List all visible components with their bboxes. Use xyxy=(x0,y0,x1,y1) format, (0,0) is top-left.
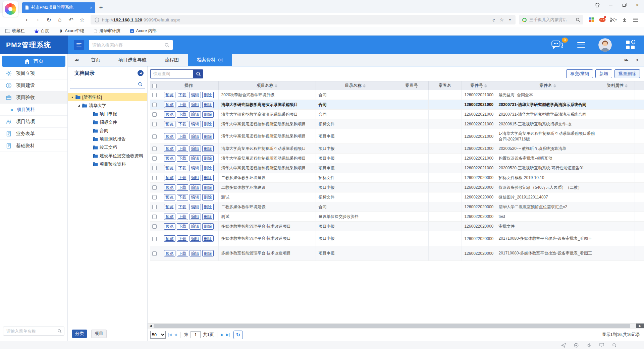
delete-button[interactable]: 删除 xyxy=(202,194,214,200)
edit-button[interactable]: 编辑 xyxy=(190,146,201,152)
tab-close-icon[interactable]: × xyxy=(90,5,92,10)
preview-button[interactable]: 预览 xyxy=(164,223,175,230)
delete-button[interactable]: 删除 xyxy=(202,223,214,230)
expand-icon[interactable] xyxy=(71,96,73,98)
column-header-dir[interactable]: 目录名称 xyxy=(316,81,395,90)
download-button[interactable]: 下载 xyxy=(177,214,188,220)
download-button[interactable]: 下载 xyxy=(177,184,188,191)
download-button[interactable]: 下载 xyxy=(177,250,188,256)
delete-button[interactable]: 删除 xyxy=(202,155,214,162)
row-checkbox[interactable] xyxy=(152,251,157,256)
delete-button[interactable]: 删除 xyxy=(202,133,214,139)
edit-button[interactable]: 编辑 xyxy=(190,165,201,171)
menu-button[interactable] xyxy=(577,42,585,48)
sidebar-item[interactable]: »项目资料 xyxy=(0,104,67,116)
undo-button[interactable]: ↶ xyxy=(66,15,76,25)
tabs-scroll-left-icon[interactable]: ◀◀ xyxy=(70,54,82,66)
edit-button[interactable]: 编辑 xyxy=(190,155,201,162)
edit-button[interactable]: 编辑 xyxy=(190,184,201,191)
row-checkbox[interactable] xyxy=(152,237,157,241)
preview-button[interactable]: 预览 xyxy=(164,102,175,108)
bookmark-item[interactable]: aAxure 内部 xyxy=(130,28,157,34)
zoom-icon[interactable] xyxy=(612,343,616,347)
edit-button[interactable]: 编辑 xyxy=(190,194,201,200)
delete-button[interactable]: 删除 xyxy=(202,111,214,118)
delete-button[interactable]: 删除 xyxy=(202,121,214,127)
preview-button[interactable]: 预览 xyxy=(164,194,175,200)
chevron-down-icon[interactable]: ▼ xyxy=(508,18,512,21)
messages-button[interactable]: 0 xyxy=(551,40,564,50)
bookmark-item[interactable]: 9Axure中继 xyxy=(59,28,85,34)
preview-button[interactable]: 预览 xyxy=(164,165,175,171)
download-button[interactable]: 下载 xyxy=(177,102,188,108)
tab-close-icon[interactable]: × xyxy=(218,58,223,62)
sidebar-item[interactable]: $项目建设 xyxy=(0,79,67,92)
nav-tab[interactable]: 档案资料× xyxy=(188,54,232,66)
menu-search-input[interactable] xyxy=(3,327,64,336)
add-button[interactable]: 新增 xyxy=(595,69,612,78)
preview-button[interactable]: 预览 xyxy=(164,111,175,118)
sort-icon[interactable] xyxy=(275,84,277,88)
download-button[interactable]: 下载 xyxy=(177,223,188,230)
last-page-button[interactable]: ▶| xyxy=(226,333,230,337)
delete-button[interactable]: 删除 xyxy=(202,250,214,256)
sidebar-item[interactable]: 项目立项 xyxy=(0,67,67,79)
sort-icon[interactable] xyxy=(363,84,366,88)
tree-node[interactable]: 招标文件 xyxy=(68,118,147,126)
prev-page-button[interactable]: ◀ xyxy=(174,333,177,337)
edit-button[interactable]: 编辑 xyxy=(190,175,201,181)
tree-mode-button[interactable]: 分类 xyxy=(72,330,87,338)
row-checkbox[interactable] xyxy=(152,205,157,209)
row-checkbox[interactable] xyxy=(152,176,157,180)
delete-button[interactable]: 删除 xyxy=(202,204,214,210)
home-button[interactable]: ⌂ xyxy=(55,15,65,25)
delete-button[interactable]: 删除 xyxy=(202,184,214,191)
tree-node[interactable]: 建设单位提交验收资料 xyxy=(68,152,147,160)
row-checkbox[interactable] xyxy=(152,195,157,199)
scrollbar-thumb[interactable] xyxy=(154,324,630,328)
compatibility-mode-icon[interactable]: e xyxy=(492,17,495,23)
row-checkbox[interactable] xyxy=(152,134,157,139)
column-header-case_no[interactable]: 案件号 xyxy=(462,81,496,90)
refresh-button[interactable]: ↻ xyxy=(233,331,243,339)
nav-tab[interactable]: 首页 xyxy=(82,54,109,66)
row-checkbox[interactable] xyxy=(152,185,157,190)
preview-button[interactable]: 预览 xyxy=(164,184,175,191)
download-button[interactable]: 下载 xyxy=(177,92,188,98)
preview-button[interactable]: 预览 xyxy=(164,121,175,127)
delete-button[interactable]: 删除 xyxy=(202,214,214,220)
edit-button[interactable]: 编辑 xyxy=(190,102,201,108)
tabs-scroll-right-icon[interactable]: ▶▶ xyxy=(621,54,632,66)
favorite-button[interactable]: ☆ xyxy=(77,15,87,25)
edit-button[interactable]: 编辑 xyxy=(190,223,201,230)
tree-search-input[interactable] xyxy=(70,80,145,89)
download-button[interactable]: 下载 xyxy=(177,194,188,200)
download-icon[interactable] xyxy=(619,15,630,25)
tree-node[interactable]: [所有学校] xyxy=(68,93,147,101)
download-button[interactable]: 下载 xyxy=(177,165,188,171)
screenshot-scissors-icon[interactable]: ▾ xyxy=(608,15,619,25)
row-checkbox[interactable] xyxy=(152,224,157,229)
nav-tab[interactable]: 流程图 xyxy=(156,54,188,66)
preview-button[interactable]: 预览 xyxy=(164,92,175,98)
edit-button[interactable]: 编辑 xyxy=(190,250,201,256)
bookmark-item[interactable]: 百度 xyxy=(34,28,49,34)
download-button[interactable]: 下载 xyxy=(177,121,188,127)
download-button[interactable]: 下载 xyxy=(177,175,188,181)
row-checkbox[interactable] xyxy=(152,103,157,107)
minimize-button[interactable] xyxy=(604,1,617,9)
edit-button[interactable]: 编辑 xyxy=(190,133,201,139)
apps-grid-button[interactable] xyxy=(625,40,635,50)
scroll-right-icon[interactable]: ▶ xyxy=(636,324,644,328)
quick-search-button[interactable] xyxy=(193,69,203,78)
user-avatar[interactable] xyxy=(598,38,612,52)
games-icon[interactable] xyxy=(597,15,607,25)
expand-icon[interactable] xyxy=(78,105,80,107)
tree-node[interactable]: 合同 xyxy=(68,126,147,135)
page-number-input[interactable] xyxy=(191,331,201,338)
monitor-icon[interactable] xyxy=(599,343,604,347)
edit-button[interactable]: 编辑 xyxy=(190,92,201,98)
preview-button[interactable]: 预览 xyxy=(164,250,175,256)
batch-delete-button[interactable]: 批量删除 xyxy=(614,69,640,78)
url-bar[interactable]: http://192.168.1.120:9999/Default.aspx e… xyxy=(91,15,516,24)
